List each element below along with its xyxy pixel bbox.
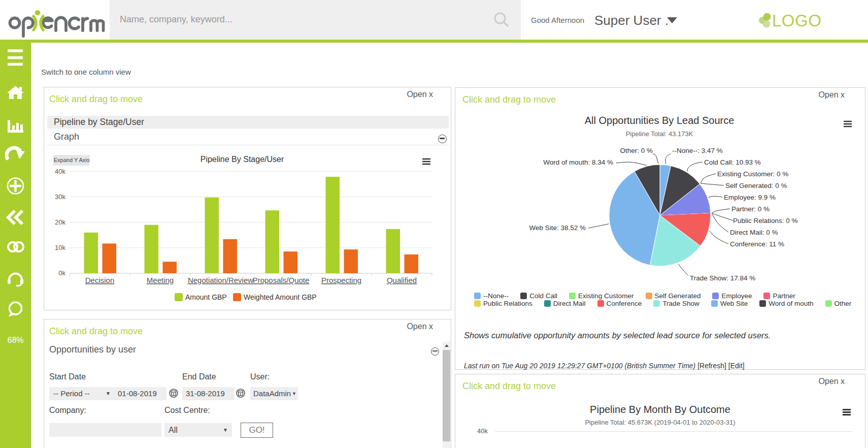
svg-text:Negotiation/Review: Negotiation/Review [188,276,253,284]
svg-text:Cold Call: 10.93 %: Cold Call: 10.93 % [704,158,761,166]
svg-text:Amount GBP: Amount GBP [185,293,227,301]
svg-text:Proposals/Quote: Proposals/Quote [253,276,310,284]
svg-text:20k: 20k [55,218,65,226]
svg-text:Prospecting: Prospecting [321,276,361,284]
svg-text:0k: 0k [58,269,65,277]
svg-text:Partner: 0 %: Partner: 0 % [731,205,770,213]
svg-text:Trade Show: 17.84 %: Trade Show: 17.84 % [690,274,755,282]
svg-text:Decision: Decision [85,276,115,284]
svg-text:Existing Customer: 0 %: Existing Customer: 0 % [717,170,788,178]
svg-text:Meeting: Meeting [147,276,174,284]
svg-text:--None--: 3.47 %: --None--: 3.47 % [672,147,723,154]
svg-text:Pipeline Total: 43.173K: Pipeline Total: 43.173K [626,130,693,138]
svg-text:40k: 40k [55,168,65,175]
svg-text:10k: 10k [55,244,65,251]
svg-text:Pipeline By Stage/User: Pipeline By Stage/User [201,155,284,164]
svg-text:Weighted Amount GBP: Weighted Amount GBP [244,293,317,301]
svg-text:LOGO: LOGO [772,11,821,30]
svg-text:All Opportunities By Lead Sour: All Opportunities By Lead Source [585,115,735,126]
svg-text:Conference: 11 %: Conference: 11 % [730,240,784,248]
svg-text:Employee: 9.9 %: Employee: 9.9 % [724,194,776,201]
svg-text:Direct Mail: 0 %: Direct Mail: 0 % [730,229,778,236]
svg-text:Web Site: 38.52 %: Web Site: 38.52 % [529,224,586,232]
svg-text:Word of mouth: 8.34 %: Word of mouth: 8.34 % [543,158,613,166]
svg-text:Qualified: Qualified [387,276,417,284]
svg-text:Self Generated: 0 %: Self Generated: 0 % [725,182,787,189]
svg-text:Other: 0 %: Other: 0 % [620,147,653,154]
svg-text:Public Relations: 0 %: Public Relations: 0 % [733,217,798,225]
svg-text:30k: 30k [55,193,65,201]
